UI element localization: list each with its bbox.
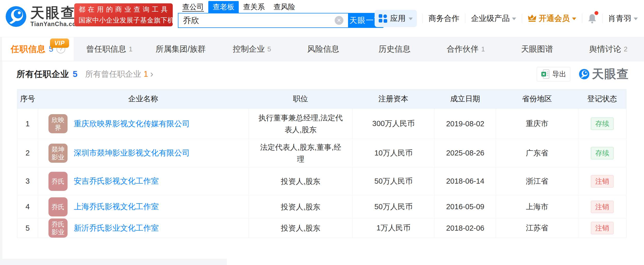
table-row: 5 乔氏 影业 新沂乔氏影业文化工作室 投资人,股东 1万人民币 2018-02…: [17, 218, 626, 238]
tab-partners[interactable]: 合作伙伴1: [430, 37, 502, 61]
tab-history-info[interactable]: 历史信息: [359, 37, 430, 61]
status-badge: 注销: [591, 175, 614, 188]
app-grid-icon: [379, 14, 387, 22]
status-badge: 存续: [591, 147, 614, 159]
watermark-text: 天眼查: [592, 66, 629, 82]
banner-line-2: 国家中小企业发展子基金旗下机构: [79, 16, 168, 25]
tab-controlled-companies[interactable]: 控制企业5: [216, 37, 288, 61]
user-menu[interactable]: 肖青羽: [608, 13, 638, 24]
tianyancha-logo-icon: [6, 6, 26, 27]
company-link[interactable]: 安吉乔氏影视文化工作室: [74, 176, 159, 186]
row-date: 2025-08-26: [434, 139, 496, 167]
search-input[interactable]: 乔欣 ✕: [178, 13, 348, 28]
col-status: 登记状态: [578, 94, 626, 104]
former-companies-link[interactable]: 所有曾任职企业 1 ›: [85, 69, 153, 80]
crown-icon: [528, 14, 536, 22]
search-tab-risk[interactable]: 查风险: [269, 1, 300, 13]
section-header: 所有任职企业 5 所有曾任职企业 1 › 导出: [16, 65, 629, 83]
row-position: 投资人,股东: [249, 195, 352, 218]
search-tab-relation[interactable]: 查关系: [239, 1, 269, 13]
tab-positions[interactable]: 任职信息 5 ? VIP: [2, 37, 74, 61]
search-tabs: 查公司 查老板 查关系 查风险: [178, 1, 384, 13]
row-position: 投资人,股东: [249, 219, 352, 238]
profile-tabbar: 任职信息 5 ? VIP 曾任职信息1 所属集团/族群 控制企业5 风险信息 历…: [0, 37, 644, 61]
page-bottom-strip: [0, 259, 227, 265]
chevron-right-icon: ›: [150, 70, 153, 78]
export-button[interactable]: 导出: [537, 67, 570, 81]
col-position: 职位: [249, 94, 352, 104]
chevron-down-icon: [634, 18, 638, 20]
company-avatar: 乔氏: [48, 172, 68, 191]
nav-business-cooperation[interactable]: 商务合作: [428, 13, 459, 24]
top-header: 天眼查 TianYanCha.com 都在用的商业查询工具 国家中小企业发展子基…: [0, 0, 644, 37]
main-content: 所有任职企业 5 所有曾任职企业 1 › 导出: [0, 61, 644, 265]
username: 肖青羽: [608, 13, 631, 24]
table-row: 3 乔氏 安吉乔氏影视文化工作室 投资人,股东 50万人民币 2018-06-1…: [17, 167, 626, 195]
chevron-down-icon: [512, 18, 516, 20]
company-avatar: 乔氏 影业: [48, 219, 68, 238]
row-position: 法定代表人,股东,董事,经理: [249, 139, 352, 167]
row-position: 投资人,股东: [249, 167, 352, 195]
row-date: 2018-06-14: [434, 167, 496, 195]
col-capital: 注册资本: [352, 94, 434, 104]
tianyancha-logo-icon: [579, 69, 589, 79]
table-header-row: 序号 企业名称 职位 注册资本 成立日期 省份地区 登记状态: [17, 89, 626, 108]
search-tab-company[interactable]: 查公司: [178, 1, 208, 13]
tab-former-positions[interactable]: 曾任职信息1: [74, 37, 145, 61]
row-no: 4: [17, 195, 38, 218]
table-row: 1 欣映界 重庆欣映界影视文化传媒有限公司 执行董事兼总经理,法定代表人,股东 …: [17, 108, 626, 139]
section-title: 所有任职企业: [16, 68, 69, 80]
banner-line-1: 都在用的商业查询工具: [79, 5, 168, 14]
row-capital: 50万人民币: [352, 167, 434, 195]
col-no: 序号: [17, 94, 38, 104]
tab-group-cluster[interactable]: 所属集团/族群: [145, 37, 217, 61]
promo-banner: 都在用的商业查询工具 国家中小企业发展子基金旗下机构: [74, 3, 173, 26]
chevron-down-icon: [409, 18, 413, 20]
tab-risk-info[interactable]: 风险信息: [288, 37, 359, 61]
col-company: 企业名称: [38, 94, 249, 104]
status-badge: 注销: [591, 222, 614, 234]
row-region: 上海市: [496, 195, 578, 218]
nav-enterprise-products[interactable]: 企业级产品: [471, 13, 516, 24]
row-region: 重庆市: [496, 109, 578, 139]
row-region: 江苏省: [496, 219, 578, 238]
tab-graph[interactable]: 天眼图谱: [501, 37, 573, 61]
company-link[interactable]: 新沂乔氏影业文化工作室: [74, 223, 159, 233]
divider: [582, 14, 582, 23]
tab-public-opinion[interactable]: 舆情讨论2: [573, 37, 644, 61]
row-capital: 10万人民币: [352, 139, 434, 167]
row-region: 广东省: [496, 139, 578, 167]
positions-table: 序号 企业名称 职位 注册资本 成立日期 省份地区 登记状态 1 欣映界 重庆欣…: [17, 89, 626, 238]
nav-apps[interactable]: 应用: [375, 10, 417, 27]
section-count: 5: [73, 69, 77, 79]
nav-apps-label: 应用: [390, 13, 406, 24]
site-logo[interactable]: 天眼查 TianYanCha.com: [6, 5, 82, 28]
company-link[interactable]: 上海乔氏影视文化工作室: [74, 201, 159, 212]
row-capital: 1万人民币: [352, 219, 434, 238]
row-date: 2016-05-09: [434, 195, 496, 218]
table-row: 2 燚坤 影业 深圳市燚坤影业影视文化有限公司 法定代表人,股东,董事,经理 1…: [17, 139, 626, 167]
row-no: 2: [17, 139, 38, 167]
clear-icon[interactable]: ✕: [335, 16, 343, 25]
table-row: 4 乔氏 上海乔氏影视文化工作室 投资人,股东 50万人民币 2016-05-0…: [17, 195, 626, 218]
divider: [423, 14, 423, 23]
row-position: 执行董事兼总经理,法定代表人,股东: [249, 109, 352, 139]
col-date: 成立日期: [434, 94, 496, 104]
notifications-bell[interactable]: [588, 13, 597, 24]
search-input-value: 乔欣: [183, 15, 335, 26]
status-badge: 注销: [591, 201, 614, 213]
company-link[interactable]: 重庆欣映界影视文化传媒有限公司: [74, 119, 190, 129]
chevron-down-icon: [572, 18, 576, 20]
vip-badge: VIP: [50, 38, 69, 48]
divider: [602, 14, 602, 23]
search-area: 查公司 查老板 查关系 查风险 乔欣 ✕ 天眼一下: [178, 1, 384, 28]
header-nav: 应用 商务合作 企业级产品 开通会员: [375, 9, 638, 27]
company-link[interactable]: 深圳市燚坤影业影视文化有限公司: [74, 148, 190, 158]
search-tab-boss[interactable]: 查老板: [208, 1, 239, 13]
row-no: 3: [17, 167, 38, 195]
nav-open-membership[interactable]: 开通会员: [528, 13, 576, 24]
divider: [465, 14, 465, 23]
company-avatar: 欣映界: [48, 114, 68, 133]
watermark-logo: 天眼查: [579, 66, 629, 82]
notification-dot: [595, 11, 598, 15]
